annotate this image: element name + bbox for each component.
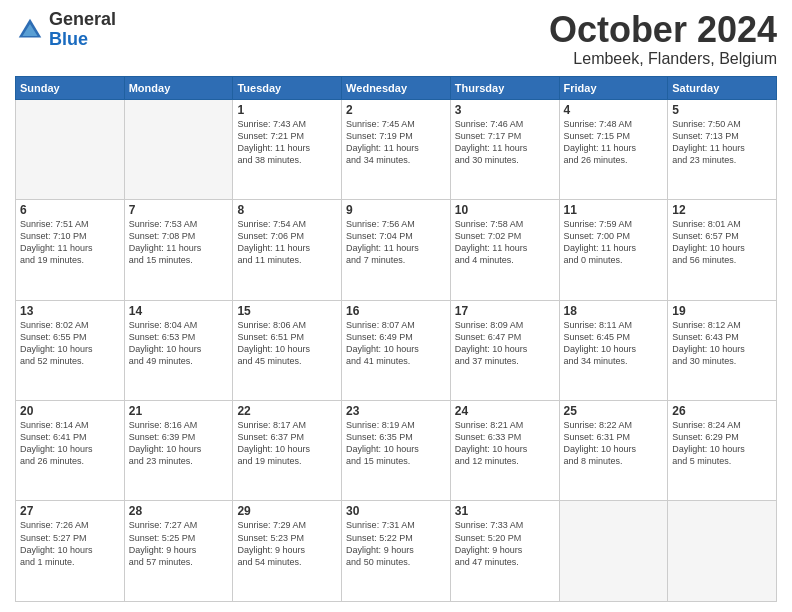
calendar-week-row: 1Sunrise: 7:43 AM Sunset: 7:21 PM Daylig… bbox=[16, 99, 777, 199]
calendar-cell: 3Sunrise: 7:46 AM Sunset: 7:17 PM Daylig… bbox=[450, 99, 559, 199]
day-number: 16 bbox=[346, 304, 446, 318]
calendar-cell: 14Sunrise: 8:04 AM Sunset: 6:53 PM Dayli… bbox=[124, 300, 233, 400]
calendar-cell bbox=[16, 99, 125, 199]
day-number: 30 bbox=[346, 504, 446, 518]
day-number: 7 bbox=[129, 203, 229, 217]
weekday-header: Tuesday bbox=[233, 76, 342, 99]
day-number: 10 bbox=[455, 203, 555, 217]
calendar-cell: 7Sunrise: 7:53 AM Sunset: 7:08 PM Daylig… bbox=[124, 200, 233, 300]
day-info: Sunrise: 7:58 AM Sunset: 7:02 PM Dayligh… bbox=[455, 218, 555, 267]
day-number: 27 bbox=[20, 504, 120, 518]
day-number: 2 bbox=[346, 103, 446, 117]
calendar-cell: 6Sunrise: 7:51 AM Sunset: 7:10 PM Daylig… bbox=[16, 200, 125, 300]
day-number: 19 bbox=[672, 304, 772, 318]
calendar-cell: 10Sunrise: 7:58 AM Sunset: 7:02 PM Dayli… bbox=[450, 200, 559, 300]
day-info: Sunrise: 8:02 AM Sunset: 6:55 PM Dayligh… bbox=[20, 319, 120, 368]
day-info: Sunrise: 7:27 AM Sunset: 5:25 PM Dayligh… bbox=[129, 519, 229, 568]
calendar-cell: 18Sunrise: 8:11 AM Sunset: 6:45 PM Dayli… bbox=[559, 300, 668, 400]
weekday-header: Saturday bbox=[668, 76, 777, 99]
calendar-cell: 5Sunrise: 7:50 AM Sunset: 7:13 PM Daylig… bbox=[668, 99, 777, 199]
day-info: Sunrise: 7:29 AM Sunset: 5:23 PM Dayligh… bbox=[237, 519, 337, 568]
day-info: Sunrise: 7:51 AM Sunset: 7:10 PM Dayligh… bbox=[20, 218, 120, 267]
day-number: 12 bbox=[672, 203, 772, 217]
calendar-cell: 30Sunrise: 7:31 AM Sunset: 5:22 PM Dayli… bbox=[342, 501, 451, 602]
calendar-cell: 28Sunrise: 7:27 AM Sunset: 5:25 PM Dayli… bbox=[124, 501, 233, 602]
calendar-cell: 23Sunrise: 8:19 AM Sunset: 6:35 PM Dayli… bbox=[342, 401, 451, 501]
calendar-week-row: 13Sunrise: 8:02 AM Sunset: 6:55 PM Dayli… bbox=[16, 300, 777, 400]
weekday-header: Thursday bbox=[450, 76, 559, 99]
logo: General Blue bbox=[15, 10, 116, 50]
calendar-cell bbox=[124, 99, 233, 199]
day-number: 4 bbox=[564, 103, 664, 117]
day-number: 13 bbox=[20, 304, 120, 318]
calendar-cell: 2Sunrise: 7:45 AM Sunset: 7:19 PM Daylig… bbox=[342, 99, 451, 199]
weekday-header: Monday bbox=[124, 76, 233, 99]
calendar-cell: 31Sunrise: 7:33 AM Sunset: 5:20 PM Dayli… bbox=[450, 501, 559, 602]
day-info: Sunrise: 7:48 AM Sunset: 7:15 PM Dayligh… bbox=[564, 118, 664, 167]
calendar-cell: 20Sunrise: 8:14 AM Sunset: 6:41 PM Dayli… bbox=[16, 401, 125, 501]
day-number: 24 bbox=[455, 404, 555, 418]
calendar-cell: 4Sunrise: 7:48 AM Sunset: 7:15 PM Daylig… bbox=[559, 99, 668, 199]
day-number: 31 bbox=[455, 504, 555, 518]
page: General Blue October 2024 Lembeek, Fland… bbox=[0, 0, 792, 612]
calendar-table: SundayMondayTuesdayWednesdayThursdayFrid… bbox=[15, 76, 777, 602]
day-number: 6 bbox=[20, 203, 120, 217]
calendar-cell: 1Sunrise: 7:43 AM Sunset: 7:21 PM Daylig… bbox=[233, 99, 342, 199]
weekday-header: Sunday bbox=[16, 76, 125, 99]
day-number: 14 bbox=[129, 304, 229, 318]
month-title: October 2024 bbox=[549, 10, 777, 50]
day-info: Sunrise: 8:07 AM Sunset: 6:49 PM Dayligh… bbox=[346, 319, 446, 368]
title-block: October 2024 Lembeek, Flanders, Belgium bbox=[549, 10, 777, 68]
logo-blue: Blue bbox=[49, 29, 88, 49]
day-number: 29 bbox=[237, 504, 337, 518]
day-info: Sunrise: 8:22 AM Sunset: 6:31 PM Dayligh… bbox=[564, 419, 664, 468]
day-number: 15 bbox=[237, 304, 337, 318]
day-number: 11 bbox=[564, 203, 664, 217]
header: General Blue October 2024 Lembeek, Fland… bbox=[15, 10, 777, 68]
logo-general: General bbox=[49, 9, 116, 29]
weekday-header: Friday bbox=[559, 76, 668, 99]
calendar-cell: 25Sunrise: 8:22 AM Sunset: 6:31 PM Dayli… bbox=[559, 401, 668, 501]
calendar-cell: 9Sunrise: 7:56 AM Sunset: 7:04 PM Daylig… bbox=[342, 200, 451, 300]
day-number: 20 bbox=[20, 404, 120, 418]
day-info: Sunrise: 7:59 AM Sunset: 7:00 PM Dayligh… bbox=[564, 218, 664, 267]
calendar-cell: 8Sunrise: 7:54 AM Sunset: 7:06 PM Daylig… bbox=[233, 200, 342, 300]
day-info: Sunrise: 8:14 AM Sunset: 6:41 PM Dayligh… bbox=[20, 419, 120, 468]
calendar-cell: 15Sunrise: 8:06 AM Sunset: 6:51 PM Dayli… bbox=[233, 300, 342, 400]
calendar-header-row: SundayMondayTuesdayWednesdayThursdayFrid… bbox=[16, 76, 777, 99]
day-info: Sunrise: 7:43 AM Sunset: 7:21 PM Dayligh… bbox=[237, 118, 337, 167]
day-number: 1 bbox=[237, 103, 337, 117]
day-info: Sunrise: 8:24 AM Sunset: 6:29 PM Dayligh… bbox=[672, 419, 772, 468]
day-info: Sunrise: 8:17 AM Sunset: 6:37 PM Dayligh… bbox=[237, 419, 337, 468]
day-info: Sunrise: 7:50 AM Sunset: 7:13 PM Dayligh… bbox=[672, 118, 772, 167]
calendar-cell: 26Sunrise: 8:24 AM Sunset: 6:29 PM Dayli… bbox=[668, 401, 777, 501]
day-number: 23 bbox=[346, 404, 446, 418]
day-number: 28 bbox=[129, 504, 229, 518]
calendar-cell: 22Sunrise: 8:17 AM Sunset: 6:37 PM Dayli… bbox=[233, 401, 342, 501]
day-info: Sunrise: 7:33 AM Sunset: 5:20 PM Dayligh… bbox=[455, 519, 555, 568]
calendar-cell: 17Sunrise: 8:09 AM Sunset: 6:47 PM Dayli… bbox=[450, 300, 559, 400]
day-number: 21 bbox=[129, 404, 229, 418]
day-number: 17 bbox=[455, 304, 555, 318]
day-number: 18 bbox=[564, 304, 664, 318]
day-number: 25 bbox=[564, 404, 664, 418]
day-info: Sunrise: 8:16 AM Sunset: 6:39 PM Dayligh… bbox=[129, 419, 229, 468]
day-number: 5 bbox=[672, 103, 772, 117]
day-info: Sunrise: 7:54 AM Sunset: 7:06 PM Dayligh… bbox=[237, 218, 337, 267]
calendar-cell: 11Sunrise: 7:59 AM Sunset: 7:00 PM Dayli… bbox=[559, 200, 668, 300]
calendar-cell: 27Sunrise: 7:26 AM Sunset: 5:27 PM Dayli… bbox=[16, 501, 125, 602]
day-info: Sunrise: 8:21 AM Sunset: 6:33 PM Dayligh… bbox=[455, 419, 555, 468]
logo-icon bbox=[15, 15, 45, 45]
day-info: Sunrise: 8:06 AM Sunset: 6:51 PM Dayligh… bbox=[237, 319, 337, 368]
day-number: 3 bbox=[455, 103, 555, 117]
day-info: Sunrise: 8:09 AM Sunset: 6:47 PM Dayligh… bbox=[455, 319, 555, 368]
calendar-week-row: 20Sunrise: 8:14 AM Sunset: 6:41 PM Dayli… bbox=[16, 401, 777, 501]
calendar-cell: 29Sunrise: 7:29 AM Sunset: 5:23 PM Dayli… bbox=[233, 501, 342, 602]
day-info: Sunrise: 7:53 AM Sunset: 7:08 PM Dayligh… bbox=[129, 218, 229, 267]
day-info: Sunrise: 8:11 AM Sunset: 6:45 PM Dayligh… bbox=[564, 319, 664, 368]
day-number: 22 bbox=[237, 404, 337, 418]
calendar-week-row: 6Sunrise: 7:51 AM Sunset: 7:10 PM Daylig… bbox=[16, 200, 777, 300]
day-info: Sunrise: 8:04 AM Sunset: 6:53 PM Dayligh… bbox=[129, 319, 229, 368]
calendar-cell: 16Sunrise: 8:07 AM Sunset: 6:49 PM Dayli… bbox=[342, 300, 451, 400]
day-info: Sunrise: 7:56 AM Sunset: 7:04 PM Dayligh… bbox=[346, 218, 446, 267]
